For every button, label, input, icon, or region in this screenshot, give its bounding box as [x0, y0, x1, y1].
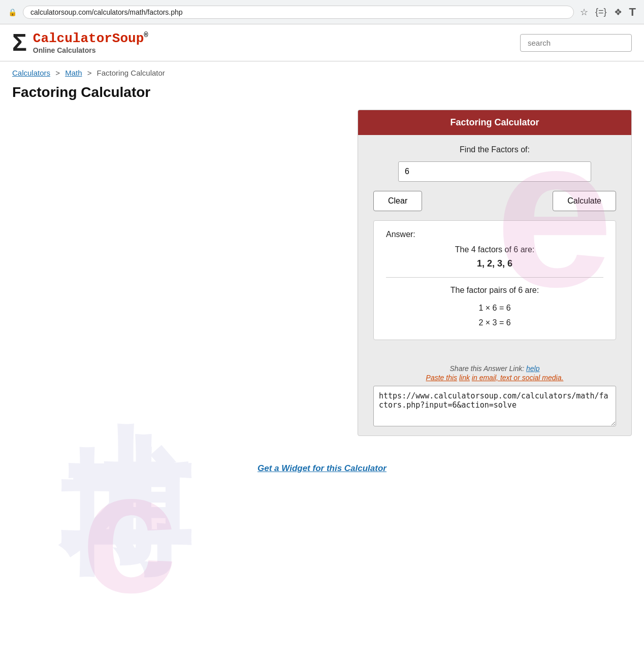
share-note-link[interactable]: link: [459, 374, 470, 382]
breadcrumb: Calculators > Math > Factoring Calculato…: [0, 61, 644, 81]
calc-number-input[interactable]: [398, 161, 591, 182]
share-section: Share this Answer Link: help Paste this …: [358, 359, 631, 436]
answer-pairs: 1 × 6 = 6 2 × 3 = 6: [386, 301, 603, 330]
share-note-part1: Paste this: [426, 374, 457, 382]
registered: ®: [144, 31, 148, 39]
url-bar[interactable]: calculatorsoup.com/calculators/math/fact…: [23, 6, 574, 19]
lock-icon: 🔒: [8, 8, 17, 16]
widget-link[interactable]: Get a Widget for this Calculator: [257, 463, 387, 473]
share-label: Share this Answer Link: help: [373, 364, 616, 373]
breadcrumb-calculators[interactable]: Calculators: [12, 69, 50, 77]
answer-label: Answer:: [386, 230, 603, 239]
browser-bar: 🔒 calculatorsoup.com/calculators/math/fa…: [0, 0, 644, 24]
calc-body: Find the Factors of: Clear Calculate Ans…: [358, 135, 631, 359]
share-url-input[interactable]: https://www.calculatorsoup.com/calculato…: [373, 386, 616, 426]
main-content: Factoring Calculator Find the Factors of…: [0, 110, 644, 456]
pair-line-1: 1 × 6 = 6: [386, 301, 603, 316]
site-header: Σ CalculatorSoup® Online Calculators: [0, 24, 644, 61]
dropbox-icon[interactable]: ❖: [614, 7, 622, 18]
calculator-widget: Factoring Calculator Find the Factors of…: [358, 110, 632, 436]
breadcrumb-current: Factoring Calculator: [97, 69, 165, 77]
brand-part2: Soup: [112, 31, 144, 46]
brand-part1: Calculator: [33, 31, 112, 46]
calc-buttons: Clear Calculate: [373, 191, 616, 211]
calculate-button[interactable]: Calculate: [553, 191, 616, 211]
share-note-part2: in email, text or social media.: [472, 374, 564, 382]
share-note: Paste this link in email, text or social…: [373, 374, 616, 382]
breadcrumb-sep2: >: [87, 69, 92, 77]
share-help-link[interactable]: help: [526, 364, 539, 373]
brand-name: CalculatorSoup®: [33, 31, 148, 46]
breadcrumb-sep1: >: [55, 69, 60, 77]
breadcrumb-math[interactable]: Math: [65, 69, 82, 77]
browser-icons: ☆ {=} ❖ T: [580, 6, 636, 19]
text-icon[interactable]: T: [629, 6, 636, 19]
calc-widget-header: Factoring Calculator: [358, 110, 631, 135]
logo-area: Σ CalculatorSoup® Online Calculators: [12, 30, 148, 55]
answer-pairs-label: The factor pairs of 6 are:: [386, 286, 603, 295]
answer-box: Answer: The 4 factors of 6 are: 1, 2, 3,…: [373, 220, 616, 340]
calc-find-label: Find the Factors of:: [373, 145, 616, 154]
logo-text: CalculatorSoup® Online Calculators: [33, 31, 148, 54]
pair-line-2: 2 × 3 = 6: [386, 316, 603, 330]
clear-button[interactable]: Clear: [373, 191, 422, 211]
answer-description: The 4 factors of 6 are:: [386, 245, 603, 254]
answer-factors: 1, 2, 3, 6: [386, 258, 603, 278]
tagline: Online Calculators: [33, 46, 148, 54]
page-title: Factoring Calculator: [0, 81, 644, 110]
page-wrapper: 博才土 e c Σ CalculatorSoup® Online Calcula…: [0, 24, 644, 669]
search-input[interactable]: [520, 34, 632, 52]
widget-link-bar: Get a Widget for this Calculator: [0, 456, 644, 474]
code-icon[interactable]: {=}: [595, 7, 607, 17]
star-icon[interactable]: ☆: [580, 7, 588, 18]
share-label-text: Share this Answer Link:: [450, 364, 525, 373]
sigma-icon: Σ: [12, 30, 27, 55]
